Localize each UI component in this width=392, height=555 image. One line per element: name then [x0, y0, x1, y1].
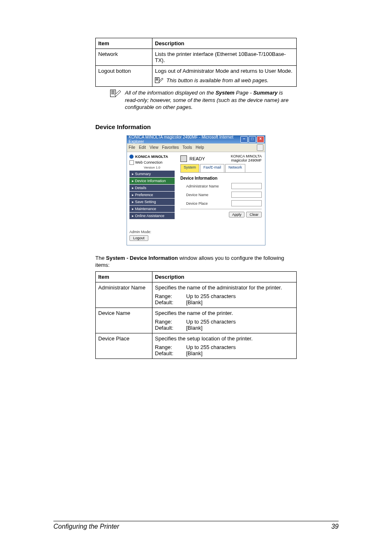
panel-title: Device Information [180, 176, 262, 180]
administrator-name-input[interactable] [231, 183, 262, 189]
footer-page-number: 39 [331, 523, 339, 530]
admin-mode-label: Admin Mode: [129, 230, 175, 234]
menu-items[interactable]: File Edit View Favorites Tools Help [129, 145, 204, 150]
sidebar-item-save-setting[interactable]: ▸ Save Setting [129, 199, 175, 205]
note-icon [110, 90, 122, 98]
sidebar-item-label: Online Assistance [135, 214, 165, 218]
sidebar-item-label: Maintenance [135, 207, 157, 211]
tab-network[interactable]: Network [225, 164, 245, 172]
table2-r2-range-val: Up to 255 characters [186, 344, 236, 350]
table2-r1-range-val: Up to 255 characters [186, 319, 236, 325]
field-label-device-name: Device Name [180, 193, 231, 197]
table2-r2-desc-cell: Specifies the setup location of the prin… [152, 333, 297, 358]
table2-r0-desc: Specifies the name of the administrator … [155, 284, 282, 291]
globe-icon [129, 160, 134, 165]
sidebar-item-maintenance[interactable]: ▸ Maintenance [129, 206, 175, 212]
printer-name-line2: magicolor 2490MF [231, 159, 262, 163]
note-bold1: System [215, 90, 234, 96]
sidebar-item-label: Preference [135, 193, 153, 197]
table-row: Device Name Specifies the name of the pr… [96, 308, 297, 333]
table-item-description-2: Item Description Administrator Name Spec… [95, 271, 297, 359]
form-row: Device Place [180, 200, 262, 206]
table2-r2-default-val: [Blank] [186, 350, 236, 356]
tab-fax-email[interactable]: Fax/E-mail [200, 164, 224, 172]
close-button[interactable]: × [257, 136, 264, 143]
maximize-button[interactable]: □ [249, 136, 256, 143]
table-row: Administrator Name Specifies the name of… [96, 282, 297, 308]
table2-r2-item: Device Place [96, 333, 152, 358]
brand: KONICA MINOLTA [129, 155, 175, 159]
table2-r0-item: Administrator Name [96, 282, 152, 308]
section-heading: Device Information [95, 123, 297, 130]
page-note: All of the information displayed on the … [110, 89, 297, 111]
table2-r0-desc-cell: Specifies the name of the administrator … [152, 282, 297, 308]
web-connection-label: Web Connection [135, 160, 162, 164]
tab-system[interactable]: System [180, 164, 199, 172]
table2-header-item: Item [96, 271, 152, 282]
intro-bold: System - Device Information [106, 255, 178, 261]
sidebar-item-label: Summary [135, 172, 151, 176]
table1-r0-desc: Lists the printer interface (Ethernet 10… [152, 49, 297, 66]
table2-r2-range-lbl: Range: [155, 344, 180, 350]
window-titlebar: KONICA MINOLTA magicolor 2490MF - Micros… [127, 136, 265, 143]
field-label-device-place: Device Place [180, 201, 231, 206]
sidebar-item-label: Device Information [135, 179, 166, 183]
sidebar-item-preference[interactable]: ▸ Preference [129, 192, 175, 198]
table2-r1-desc: Specifies the name of the printer. [155, 310, 233, 316]
sidebar-item-device-information[interactable]: ▸ Device Information [129, 178, 175, 184]
table2-r0-range-val: Up to 255 characters [186, 293, 236, 299]
status-ready: READY [189, 156, 205, 161]
table1-r0-item: Network [96, 49, 152, 66]
field-label-administrator-name: Administrator Name [180, 184, 231, 188]
table-row: Device Place Specifies the setup locatio… [96, 333, 297, 358]
tabs: System Fax/E-mail Network [180, 164, 262, 173]
intro-paragraph: The System - Device Information window a… [95, 254, 297, 269]
table2-r1-default-lbl: Default: [155, 325, 180, 331]
table2-r1-range-lbl: Range: [155, 319, 180, 325]
ie-logo-icon [257, 144, 263, 151]
sidebar-item-label: Save Setting [135, 200, 156, 204]
table2-r1-desc-cell: Specifies the name of the printer. Range… [152, 308, 297, 333]
logout-button[interactable]: Logout [129, 235, 148, 241]
brand-text: KONICA MINOLTA [135, 155, 168, 159]
window-title: KONICA MINOLTA magicolor 2490MF - Micros… [129, 135, 240, 144]
menubar: File Edit View Favorites Tools Help [127, 143, 265, 152]
table2-r0-default-val: [Blank] [186, 299, 236, 305]
sidebar: KONICA MINOLTA Web Connection Version 1.… [127, 152, 177, 245]
table2-r2-desc: Specifies the setup location of the prin… [155, 335, 253, 342]
sidebar-item-online-assistance[interactable]: ▸ Online Assistance [129, 213, 175, 219]
device-name-input[interactable] [231, 192, 262, 198]
printer-icon [180, 155, 187, 162]
minimize-button[interactable]: – [240, 136, 248, 143]
main-panel: READY KONICA MINOLTA magicolor 2490MF Sy… [177, 152, 265, 245]
window-controls: – □ × [240, 136, 264, 143]
note-mid1: Page - [235, 90, 254, 96]
intro-pre: The [95, 255, 106, 261]
table2-r0-range-lbl: Range: [155, 293, 180, 299]
sidebar-item-details[interactable]: ▸ Details [129, 185, 175, 191]
table1-r1-desc: Logs out of Administrator Mode and retur… [152, 66, 297, 87]
web-connection: Web Connection [129, 160, 175, 165]
table2-r0-default-lbl: Default: [155, 299, 180, 305]
note-prefix: All of the information displayed on the [125, 90, 215, 96]
table2-r2-default-lbl: Default: [155, 350, 180, 356]
table1-r1-note: This button is available from all web pa… [166, 77, 269, 83]
footer-title: Configuring the Printer [53, 523, 119, 530]
table2-r1-item: Device Name [96, 308, 152, 333]
clear-button[interactable]: Clear [246, 212, 262, 217]
table1-r1-desc-text: Logs out of Administrator Mode and retur… [155, 68, 293, 74]
apply-button[interactable]: Apply [229, 212, 245, 217]
table1-header-desc: Description [152, 38, 297, 49]
sidebar-item-label: Details [135, 186, 147, 190]
table2-header-desc: Description [152, 271, 297, 282]
brand-logo-icon [129, 155, 134, 159]
version-label: Version 1.0 [129, 166, 175, 169]
table2-r1-default-val: [Blank] [186, 325, 236, 331]
divider [180, 209, 262, 209]
note-bold2: Summary [253, 90, 277, 96]
device-place-input[interactable] [231, 200, 262, 206]
sidebar-item-summary[interactable]: ▸ Summary [129, 171, 175, 177]
table1-r1-item: Logout botton [96, 66, 152, 87]
form-row: Administrator Name [180, 183, 262, 189]
table-row: Logout botton Logs out of Administrator … [96, 66, 297, 87]
